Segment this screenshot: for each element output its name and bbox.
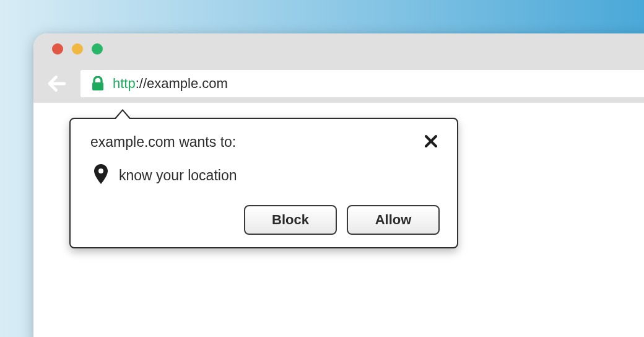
window-titlebar bbox=[33, 33, 644, 64]
close-icon bbox=[425, 135, 437, 147]
url-protocol: http bbox=[113, 76, 136, 91]
address-bar[interactable]: http://example.com bbox=[80, 70, 644, 97]
block-button[interactable]: Block bbox=[244, 205, 337, 235]
allow-button[interactable]: Allow bbox=[347, 205, 440, 235]
window-minimize-dot[interactable] bbox=[72, 43, 83, 55]
permission-request-row: know your location bbox=[94, 164, 440, 186]
lock-icon bbox=[92, 76, 104, 91]
url-rest: ://example.com bbox=[136, 76, 228, 91]
close-button[interactable] bbox=[422, 133, 440, 150]
arrow-left-icon bbox=[46, 72, 68, 95]
permission-title: example.com wants to: bbox=[90, 134, 236, 151]
svg-point-4 bbox=[98, 168, 103, 173]
permission-request-text: know your location bbox=[119, 167, 237, 184]
back-button[interactable] bbox=[42, 69, 72, 98]
browser-toolbar: http://example.com bbox=[33, 64, 644, 103]
window-maximize-dot[interactable] bbox=[92, 43, 103, 55]
permission-buttons: Block Allow bbox=[90, 205, 440, 235]
window-close-dot[interactable] bbox=[52, 43, 63, 55]
permission-popover: example.com wants to: know your location… bbox=[69, 118, 458, 248]
svg-rect-1 bbox=[92, 82, 103, 90]
popover-arrow bbox=[114, 109, 131, 119]
address-bar-url: http://example.com bbox=[113, 76, 228, 92]
location-pin-icon bbox=[94, 164, 108, 186]
